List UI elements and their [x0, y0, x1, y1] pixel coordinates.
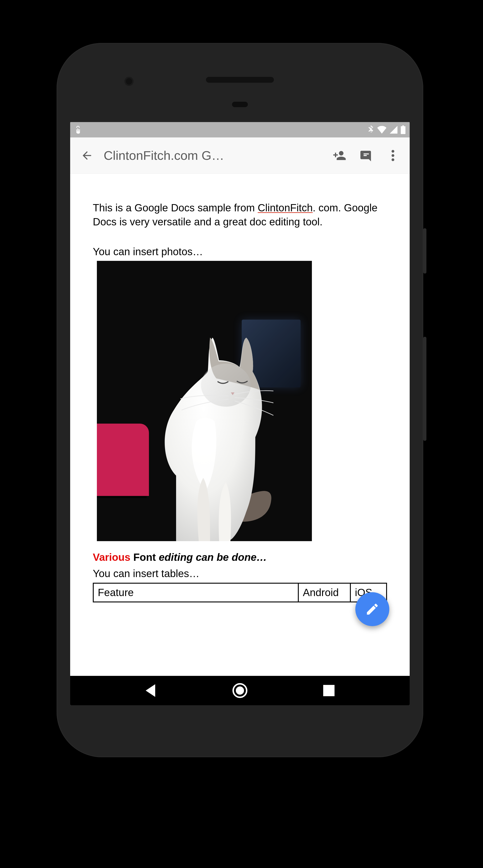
text-bold-italic: editing can be done…	[159, 551, 267, 563]
svg-point-3	[201, 364, 251, 407]
text: This is a Google Docs sample from	[93, 202, 258, 214]
wifi-icon	[377, 126, 387, 133]
svg-point-0	[392, 150, 394, 153]
inserted-image[interactable]	[97, 261, 387, 541]
phone-frame: ClintonFitch.com G… This is a Google Doc…	[57, 43, 423, 757]
svg-rect-6	[323, 685, 335, 696]
text-red-bold: Various	[93, 551, 131, 563]
status-bar	[70, 122, 410, 137]
table-row[interactable]: Feature Android iOS	[93, 583, 387, 602]
table-cell[interactable]: Feature	[93, 583, 298, 602]
paragraph-tables-lead[interactable]: You can insert tables…	[93, 566, 387, 581]
add-collaborator-button[interactable]	[330, 146, 349, 165]
phone-side-button	[423, 337, 426, 441]
svg-point-5	[236, 686, 244, 694]
svg-point-2	[392, 158, 394, 161]
document-body[interactable]: This is a Google Docs sample from Clinto…	[70, 174, 410, 676]
phone-speaker	[206, 77, 274, 83]
android-nav-bar	[70, 676, 410, 705]
table-cell[interactable]: Android	[298, 583, 350, 602]
edit-fab[interactable]	[356, 592, 389, 626]
photo-cat	[97, 261, 312, 541]
phone-camera	[124, 77, 134, 86]
nav-back-button[interactable]	[142, 682, 160, 700]
bluetooth-icon	[368, 125, 374, 134]
paragraph-intro[interactable]: This is a Google Docs sample from Clinto…	[93, 201, 387, 229]
comments-button[interactable]	[356, 146, 376, 165]
text-bold: Font	[131, 551, 159, 563]
screen: ClintonFitch.com G… This is a Google Doc…	[70, 122, 410, 705]
phone-sensor	[232, 102, 248, 107]
battery-icon	[401, 125, 406, 134]
app-bar: ClintonFitch.com G…	[70, 137, 410, 174]
touch-indicator-icon	[74, 125, 82, 134]
cell-signal-icon	[390, 126, 397, 133]
overflow-menu-button[interactable]	[383, 146, 403, 165]
nav-home-button[interactable]	[231, 682, 249, 700]
spellcheck-underline[interactable]: ClintonFitch	[258, 202, 313, 214]
document-title[interactable]: ClintonFitch.com G…	[104, 148, 323, 163]
back-button[interactable]	[77, 146, 97, 165]
svg-point-1	[392, 154, 394, 157]
paragraph-formatting[interactable]: Various Font editing can be done…	[93, 550, 387, 564]
phone-side-button	[423, 228, 426, 274]
paragraph-photos-lead[interactable]: You can insert photos…	[93, 245, 387, 258]
sample-table[interactable]: Feature Android iOS	[93, 583, 387, 602]
nav-recents-button[interactable]	[320, 682, 338, 700]
